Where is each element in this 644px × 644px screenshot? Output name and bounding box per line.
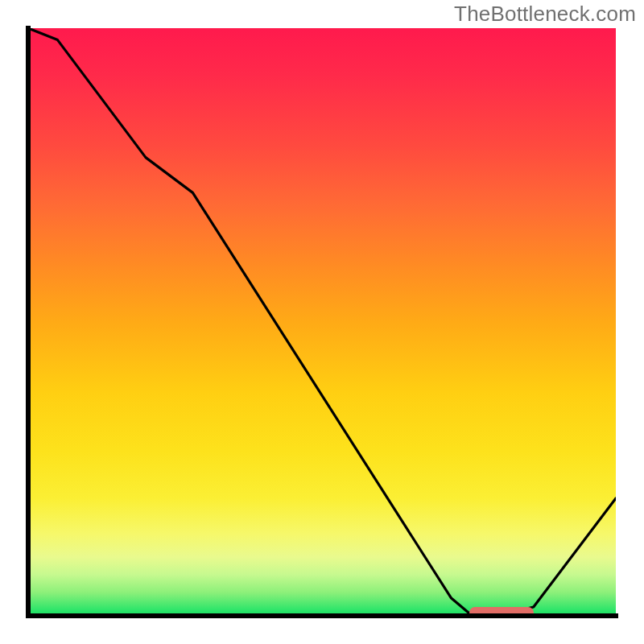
line-overlay: [28, 28, 616, 616]
watermark-text: TheBottleneck.com: [454, 2, 636, 27]
optimal-range-marker: [469, 607, 534, 616]
bottleneck-curve-path: [28, 28, 616, 613]
plot-area: [28, 28, 616, 616]
bottleneck-chart: TheBottleneck.com: [0, 0, 644, 644]
